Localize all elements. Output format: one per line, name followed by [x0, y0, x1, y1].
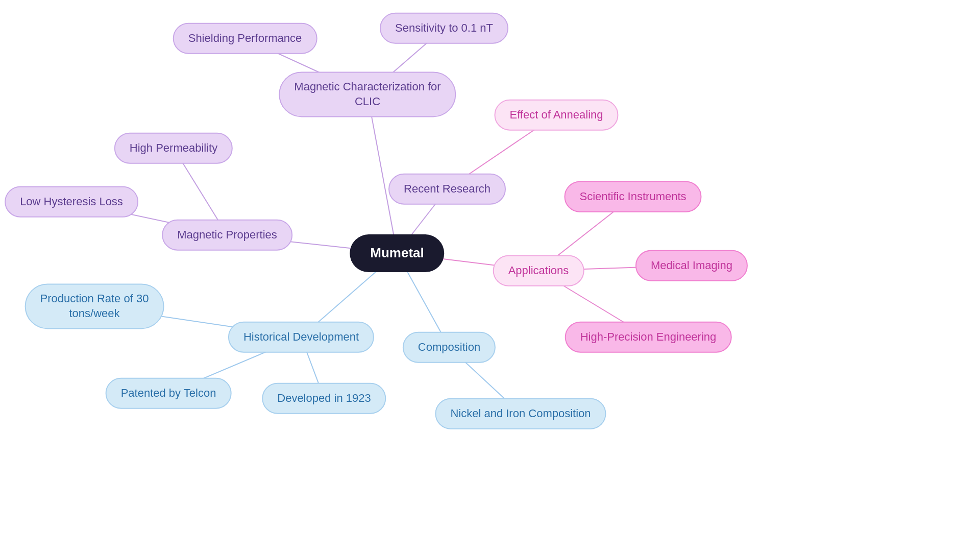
historical-development-node[interactable]: Historical Development: [228, 322, 374, 353]
sensitivity-label: Sensitivity to 0.1 nT: [395, 21, 493, 36]
patented-label: Patented by Telcon: [121, 386, 216, 401]
effect-annealing-node[interactable]: Effect of Annealing: [494, 100, 618, 131]
medical-imaging-node[interactable]: Medical Imaging: [635, 250, 748, 281]
magnetic-properties-node[interactable]: Magnetic Properties: [162, 220, 292, 251]
shielding-performance-label: Shielding Performance: [188, 31, 302, 46]
applications-label: Applications: [508, 263, 569, 278]
scientific-instruments-node[interactable]: Scientific Instruments: [564, 181, 701, 212]
composition-node[interactable]: Composition: [403, 332, 496, 363]
recent-research-label: Recent Research: [404, 182, 491, 197]
sensitivity-node[interactable]: Sensitivity to 0.1 nT: [380, 13, 508, 44]
production-rate-label: Production Rate of 30 tons/week: [40, 292, 149, 321]
historical-development-label: Historical Development: [243, 330, 359, 345]
high-permeability-node[interactable]: High Permeability: [114, 133, 233, 164]
low-hysteresis-label: Low Hysteresis Loss: [20, 195, 123, 209]
developed-1923-label: Developed in 1923: [277, 391, 371, 406]
high-permeability-label: High Permeability: [130, 141, 217, 156]
recent-research-node[interactable]: Recent Research: [388, 174, 506, 205]
applications-node[interactable]: Applications: [493, 255, 584, 286]
scientific-instruments-label: Scientific Instruments: [579, 189, 686, 204]
nickel-iron-node[interactable]: Nickel and Iron Composition: [435, 398, 606, 429]
composition-label: Composition: [418, 340, 480, 355]
developed-1923-node[interactable]: Developed in 1923: [262, 383, 386, 414]
patented-node[interactable]: Patented by Telcon: [106, 378, 232, 409]
center-label: Mumetal: [370, 245, 424, 262]
effect-annealing-label: Effect of Annealing: [509, 108, 603, 123]
center-node[interactable]: Mumetal: [350, 234, 444, 272]
low-hysteresis-node[interactable]: Low Hysteresis Loss: [5, 186, 138, 218]
medical-imaging-label: Medical Imaging: [651, 258, 732, 273]
magnetic-properties-label: Magnetic Properties: [177, 228, 277, 243]
mag-char-label: Magnetic Characterization for CLIC: [294, 80, 440, 109]
mag-char-node[interactable]: Magnetic Characterization for CLIC: [279, 71, 456, 117]
svg-line-0: [368, 94, 397, 253]
shielding-performance-node[interactable]: Shielding Performance: [173, 23, 317, 54]
high-precision-node[interactable]: High-Precision Engineering: [565, 322, 732, 353]
production-rate-node[interactable]: Production Rate of 30 tons/week: [25, 283, 164, 329]
high-precision-label: High-Precision Engineering: [580, 330, 717, 345]
nickel-iron-label: Nickel and Iron Composition: [450, 406, 591, 421]
